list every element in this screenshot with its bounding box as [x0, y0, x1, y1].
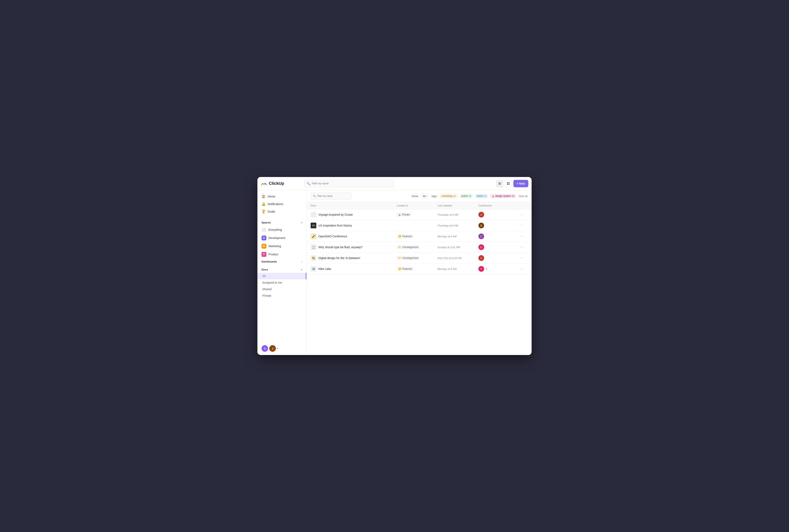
contributors-cell-5: E: [478, 255, 519, 261]
avatar-j[interactable]: J: [269, 345, 276, 352]
row-actions-2: ···: [519, 223, 527, 228]
trophy-icon: 🏆: [262, 210, 266, 213]
content-search-input[interactable]: [317, 195, 349, 197]
table-row[interactable]: 📋 Why should type be fluid, anyway? 📁 Un…: [307, 242, 532, 253]
bell-icon: 🔔: [262, 202, 266, 206]
table-row[interactable]: 📄 Voyage Acquired by Cruise 🔒 Private Th…: [307, 209, 532, 220]
sidebar-item-development[interactable]: D Development: [257, 234, 306, 242]
doc-location-1: 🔒 Private: [397, 213, 438, 217]
docs-nav-private[interactable]: Private: [257, 292, 306, 299]
all-dropdown[interactable]: All ▾: [421, 194, 429, 199]
more-button-4[interactable]: ···: [519, 245, 524, 250]
contributor-avatar-1: A: [478, 212, 484, 217]
features-badge-3: 🟡 Features: [397, 234, 413, 239]
svg-text:C: C: [480, 235, 482, 238]
svg-rect-1: [498, 183, 501, 184]
more-button-5[interactable]: ···: [519, 255, 524, 261]
doc-location-5: 📁 Uncategorized: [397, 256, 438, 260]
tag-marketing-count: 18: [453, 195, 456, 197]
app-name: ClickUp: [269, 181, 284, 186]
avatar-s[interactable]: S: [262, 345, 268, 352]
sidebar-item-everything[interactable]: Everything: [257, 226, 306, 234]
location-label-4: Uncategorized: [402, 246, 418, 249]
spaces-header[interactable]: Spaces ▾: [262, 221, 302, 224]
doc-name-cell: 📄 Voyage Acquired by Cruise: [311, 212, 397, 217]
new-button[interactable]: + New: [513, 180, 528, 187]
spaces-chevron-icon: ▾: [301, 221, 302, 224]
docs-title: Docs: [262, 268, 268, 271]
app-window: ClickUp 🔍 + New: [257, 177, 532, 355]
header-docs: Docs: [311, 204, 397, 207]
top-search-input[interactable]: [312, 182, 391, 185]
doc-name-cell: 🎨 Digital design for the 'in-between': [311, 255, 397, 261]
more-button-2[interactable]: ···: [519, 223, 524, 228]
sidebar-item-home[interactable]: 🏠 Home: [257, 192, 306, 200]
avatar-dropdown-icon[interactable]: ▾: [277, 347, 278, 350]
docs-assigned-label: Assigned to me: [262, 281, 282, 284]
svg-rect-6: [508, 184, 509, 185]
more-button-6[interactable]: ···: [519, 266, 524, 271]
sidebar-item-notifications[interactable]: 🔔 Notifications: [257, 200, 306, 208]
header-located-in: Located In: [397, 204, 438, 207]
sidebar-notifications-label: Notifications: [268, 202, 283, 206]
docs-nav-shared[interactable]: Shared: [257, 286, 306, 292]
dashboards-title: Dashboards: [262, 260, 277, 263]
table-row[interactable]: ⚙️ Nike Labs 🟡 Features Monday at 8 AM F: [307, 264, 532, 274]
tag-home[interactable]: home 13: [475, 194, 488, 198]
sidebar-item-marketing[interactable]: M Marketing: [257, 242, 306, 250]
doc-icon-5: 🎨: [311, 255, 316, 261]
tag-home-count: 13: [484, 195, 486, 197]
docs-header[interactable]: Docs ▾: [257, 266, 306, 273]
docs-section: Docs ▾ All Assigned to me Shared Private: [257, 265, 306, 301]
top-search-bar[interactable]: 🔍: [304, 180, 394, 187]
table-row[interactable]: 🎨 Digital design for the 'in-between' 📁 …: [307, 253, 532, 264]
product-label: Product: [268, 253, 278, 256]
more-button-3[interactable]: ···: [519, 234, 524, 239]
content-search-bar[interactable]: 🔍: [311, 192, 351, 200]
doc-icon-2: 🎮: [311, 223, 316, 228]
docs-nav-all[interactable]: All: [257, 273, 306, 279]
location-label-3: Features: [402, 235, 412, 238]
contributors-cell-3: C: [478, 233, 519, 239]
uncategorized-badge-4: 📁 Uncategorized: [397, 245, 420, 249]
docs-chevron-icon: ▾: [301, 268, 302, 271]
main-layout: 🏠 Home 🔔 Notifications 🏆 Goals Spaces ▾: [257, 190, 532, 355]
doc-icon-3: 🎤: [311, 233, 316, 239]
docs-nav-assigned[interactable]: Assigned to me: [257, 279, 306, 286]
view-all-link[interactable]: View all: [518, 195, 527, 198]
svg-point-9: [263, 230, 264, 231]
doc-name-cell: 📋 Why should type be fluid, anyway?: [311, 244, 397, 250]
sidebar-nav: 🏠 Home 🔔 Notifications 🏆 Goals: [257, 190, 306, 218]
doc-updated-6: Monday at 8 AM: [438, 267, 478, 270]
doc-location-4: 📁 Uncategorized: [397, 245, 438, 249]
table-row[interactable]: 🎮 UX inspiration from history Thursday a…: [307, 220, 532, 231]
table-row[interactable]: 🎤 OpenDAO Conference 🟡 Features Monday a…: [307, 231, 532, 242]
svg-text:B: B: [480, 224, 482, 227]
doc-updated-1: Thursday at 9 AM: [438, 213, 478, 216]
svg-rect-3: [507, 182, 508, 183]
tag-marketing-label: marketing: [442, 195, 453, 197]
everything-icon: [262, 227, 266, 232]
doc-title-1: Voyage Acquired by Cruise: [319, 213, 353, 216]
tag-active[interactable]: active 15: [460, 194, 473, 198]
list-view-button[interactable]: [496, 180, 503, 187]
download-icon[interactable]: ⬇: [485, 267, 488, 270]
svg-rect-2: [498, 184, 501, 185]
header-actions: [519, 204, 527, 207]
docs-private-label: Private: [262, 294, 271, 297]
docs-all-label: All: [262, 274, 266, 278]
everything-label: Everything: [268, 228, 282, 231]
dashboards-section[interactable]: Dashboards ›: [257, 259, 306, 265]
docs-shared-label: Shared: [262, 287, 271, 291]
more-button-1[interactable]: ···: [519, 212, 524, 217]
sidebar-footer: S J ▾: [257, 342, 306, 355]
grid-view-button[interactable]: [505, 180, 512, 187]
tag-design-system[interactable]: 🔒 design system 10: [490, 194, 516, 198]
doc-icon-1: 📄: [311, 212, 316, 217]
private-badge: 🔒 Private: [397, 213, 411, 217]
sidebar-item-product[interactable]: P Product: [257, 250, 306, 259]
tags-label: tags:: [431, 195, 437, 198]
row-actions-6: ···: [519, 266, 527, 271]
tag-marketing[interactable]: marketing 18: [440, 194, 457, 198]
sidebar-item-goals[interactable]: 🏆 Goals: [257, 208, 306, 215]
